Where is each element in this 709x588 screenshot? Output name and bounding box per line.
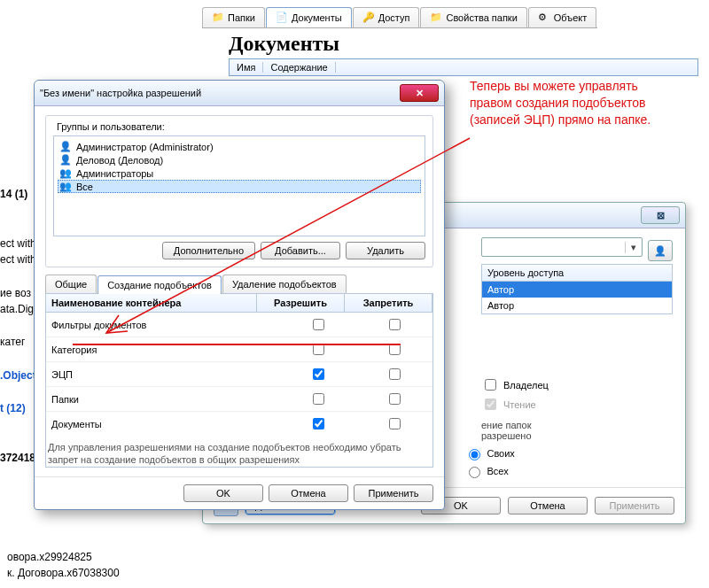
table-header: Имя Содержание [229, 58, 698, 76]
perm-row: Фильтры документов [46, 313, 432, 337]
bottom-text: овора.x29924825 к. Договора.x67038300 [7, 550, 120, 581]
radio-group-right[interactable]: Своих Всех [464, 446, 514, 478]
perm-tab-1[interactable]: Создание подобъектов [97, 275, 222, 294]
access-list[interactable]: АвторАвтор [481, 282, 673, 314]
user-icon: 👥 [59, 181, 72, 192]
page-title: Документы [229, 32, 339, 56]
deny-checkbox[interactable] [389, 393, 401, 405]
read-checkbox: Чтение [481, 396, 673, 413]
view-tab-2[interactable]: 🔑Доступ [353, 7, 420, 27]
ok-button[interactable]: OK [183, 484, 263, 502]
col-deny: Запретить [345, 294, 432, 312]
perm-tab-2[interactable]: Удаление подобъектов [222, 275, 347, 293]
col-allow: Разрешить [257, 294, 345, 312]
user-row[interactable]: 👥Администраторы [58, 166, 421, 180]
user-icon[interactable]: 👤 [648, 240, 673, 261]
permissions-dialog: "Без имени" настройка разрешений ✕ Групп… [34, 80, 445, 510]
access-list-head: Уровень доступа [481, 264, 673, 282]
user-row[interactable]: 👤Администратор (Administrator) [58, 140, 421, 153]
tab-icon: 📁 [212, 12, 224, 24]
deny-checkbox[interactable] [389, 418, 401, 429]
access-apply-button: Применить [595, 497, 674, 514]
access-row[interactable]: Автор [482, 298, 672, 313]
access-combo[interactable]: ▾ [481, 237, 643, 257]
perm-row: Документы [46, 412, 432, 436]
tab-icon: 📄 [276, 12, 288, 24]
allow-checkbox[interactable] [313, 393, 324, 405]
allowed-tail: разрешено [481, 430, 673, 441]
col-content: Содержание [263, 62, 335, 73]
close-icon[interactable]: ⊠ [641, 206, 680, 224]
annotation-text: Теперь вы можете управлять правом создан… [470, 78, 665, 128]
perm-tab-0[interactable]: Общие [45, 275, 97, 293]
view-tab-1[interactable]: 📄Документы [266, 7, 352, 27]
delete-button[interactable]: Удалить [346, 242, 425, 259]
perm-table: Наименование контейнера Разрешить Запрет… [45, 293, 433, 468]
user-row[interactable]: 👥Все [58, 180, 421, 193]
perm-row: Категория [46, 337, 432, 362]
folders-tail: ение папок [481, 420, 673, 430]
tab-icon: ⚙ [538, 12, 550, 24]
add-button[interactable]: Добавить... [261, 242, 340, 259]
tab-icon: 🔑 [362, 12, 375, 24]
allow-checkbox[interactable] [313, 319, 324, 330]
user-icon: 👤 [59, 141, 72, 152]
user-row[interactable]: 👤Деловод (Деловод) [58, 153, 421, 166]
allow-checkbox[interactable] [313, 418, 324, 429]
allow-checkbox[interactable] [313, 368, 324, 380]
view-tabs: 📁Папки📄Документы🔑Доступ📁Свойства папки⚙О… [202, 7, 597, 28]
view-tab-4[interactable]: ⚙Объект [528, 7, 596, 27]
apply-button[interactable]: Применить [354, 484, 433, 502]
perm-row: Папки [46, 387, 432, 412]
groups-label: Группы и пользователи: [53, 121, 168, 132]
view-tab-0[interactable]: 📁Папки [202, 7, 265, 27]
col-container: Наименование контейнера [46, 294, 257, 312]
col-name: Имя [230, 62, 263, 73]
advanced-button[interactable]: Дополнительно [162, 242, 255, 259]
access-row[interactable]: Автор [482, 282, 672, 298]
cancel-button[interactable]: Отмена [269, 484, 348, 502]
tab-icon: 📁 [430, 12, 442, 24]
user-icon: 👤 [59, 154, 72, 166]
users-list[interactable]: 👤Администратор (Administrator)👤Деловод (… [53, 135, 425, 236]
perm-row: ЭЦП [46, 362, 432, 387]
view-tab-3[interactable]: 📁Свойства папки [420, 7, 526, 27]
perm-tabs: ОбщиеСоздание подобъектовУдаление подобъ… [45, 275, 433, 293]
highlight-line [73, 344, 401, 345]
close-icon[interactable]: ✕ [400, 84, 439, 102]
deny-checkbox[interactable] [389, 319, 401, 330]
deny-checkbox[interactable] [389, 368, 401, 380]
user-icon: 👥 [59, 167, 72, 179]
access-cancel-button[interactable]: Отмена [508, 497, 588, 514]
owner-checkbox[interactable]: Владелец [481, 376, 673, 393]
hint-text: Для управления разрешениями на создание … [46, 436, 432, 467]
dialog-title: "Без имени" настройка разрешений [40, 88, 201, 98]
